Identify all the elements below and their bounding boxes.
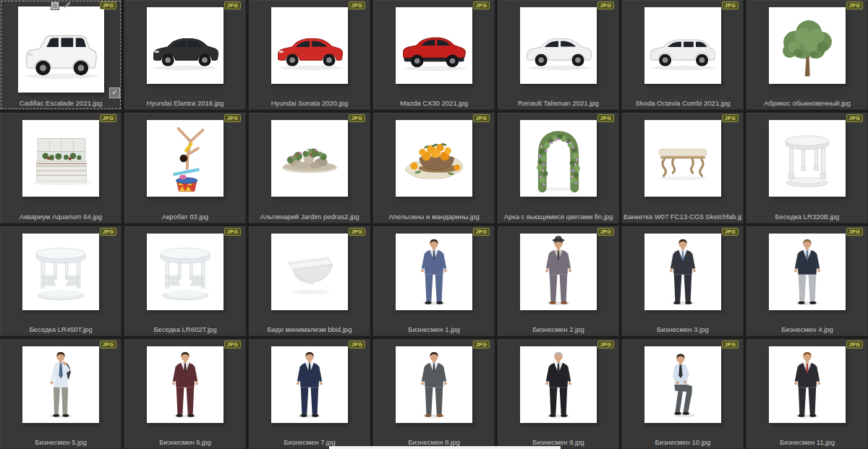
thumbnail-image[interactable] xyxy=(644,7,721,84)
thumbnail-grid: JPG ✓ Cadillac Escalade 2021.jpg JPG Hyu… xyxy=(0,0,868,449)
thumbnail-image[interactable] xyxy=(769,7,846,84)
file-thumbnail[interactable]: JPG Бизнесмен 2.jpg xyxy=(498,226,619,336)
file-name: Бизнесмен 4.jpg xyxy=(748,325,867,333)
thumbnail-image[interactable] xyxy=(520,346,597,423)
file-name: Арка с вьющимися цветами fin.jpg xyxy=(499,213,618,221)
edit-pencil-icon[interactable] xyxy=(63,1,71,9)
file-type-badge: JPG xyxy=(846,341,863,348)
businessman-image xyxy=(421,351,447,417)
file-thumbnail[interactable]: JPG Бизнесмен 3.jpg xyxy=(622,226,744,336)
file-name: Апельсины и мандарины.jpg xyxy=(375,213,493,221)
file-thumbnail[interactable]: JPG Skoda Octavia Combi 2021.jpg xyxy=(622,0,744,110)
thumbnail-image[interactable] xyxy=(147,120,224,197)
label-swatch-icon[interactable] xyxy=(51,1,59,10)
file-name: Бизнесмен 9.jpg xyxy=(499,438,618,446)
file-thumbnail[interactable]: JPG Беседка LR602T.jpg xyxy=(124,226,246,336)
file-thumbnail[interactable]: JPG Mazda CX30 2021.jpg xyxy=(373,0,495,110)
file-thumbnail[interactable]: JPG Бизнесмен 11.jpg xyxy=(746,339,868,449)
gazebo-image xyxy=(161,248,210,300)
file-thumbnail[interactable]: JPG Бизнесмен 4.jpg xyxy=(746,226,868,336)
file-name: Акробат 03.jpg xyxy=(126,213,244,221)
file-name: Бизнесмен 1.jpg xyxy=(375,325,493,333)
thumbnail-image[interactable] xyxy=(769,346,846,423)
thumbnail-image[interactable] xyxy=(396,346,472,423)
thumbnail-image[interactable] xyxy=(147,346,224,423)
file-type-badge: JPG xyxy=(846,114,863,122)
file-type-badge: JPG xyxy=(597,114,614,122)
file-name: Беседка LR320B.jpg xyxy=(748,213,867,221)
file-name: Бизнесмен 6.jpg xyxy=(126,438,244,446)
file-thumbnail[interactable]: JPG Бизнесмен 10.jpg xyxy=(622,339,744,449)
thumbnail-image[interactable] xyxy=(644,120,721,197)
thumbnail-image[interactable] xyxy=(769,120,846,197)
file-thumbnail[interactable]: JPG Акробат 03.jpg xyxy=(124,113,246,223)
thumbnail-image[interactable] xyxy=(22,234,99,310)
thumbnail-image[interactable] xyxy=(396,120,472,197)
file-name: Cadillac Escalade 2021.jpg xyxy=(1,99,120,107)
thumbnail-image[interactable] xyxy=(271,7,348,84)
white-wagon-image xyxy=(650,40,715,70)
file-thumbnail[interactable]: JPG Бизнесмен 5.jpg xyxy=(0,339,122,449)
fedora-hat-image xyxy=(552,235,564,241)
file-thumbnail[interactable]: JPG Бизнесмен 9.jpg xyxy=(498,339,619,449)
file-name: Бизнесмен 7.jpg xyxy=(250,438,369,446)
file-type-badge: JPG xyxy=(100,228,116,236)
file-type-badge: JPG xyxy=(473,114,490,122)
businessman-image xyxy=(421,239,447,304)
file-thumbnail[interactable]: JPG Бизнесмен 6.jpg xyxy=(124,339,246,449)
file-name: Renault Talisman 2021.jpg xyxy=(499,99,618,107)
thumbnail-image[interactable] xyxy=(271,120,348,197)
file-thumbnail[interactable]: JPG ✓ Cadillac Escalade 2021.jpg xyxy=(0,0,122,110)
thumbnail-image[interactable] xyxy=(769,234,846,310)
file-type-badge: JPG xyxy=(846,1,863,9)
file-thumbnail[interactable]: JPG Апельсины и мандарины.jpg xyxy=(373,113,495,223)
thumbnail-image[interactable] xyxy=(22,346,99,423)
file-type-badge: JPG xyxy=(722,1,739,9)
file-thumbnail[interactable]: JPG Бизнесмен 1.jpg xyxy=(373,226,495,336)
thumbnail-image[interactable] xyxy=(396,234,472,310)
thumbnail-image[interactable] xyxy=(18,7,104,93)
thumbnail-image[interactable] xyxy=(147,7,224,84)
businessman-image xyxy=(545,351,571,417)
file-name: Бизнесмен 5.jpg xyxy=(1,438,120,446)
tree-image xyxy=(783,20,832,76)
file-name: Hyundai Elantra 2018.jpg xyxy=(126,99,244,107)
file-thumbnail[interactable]: JPG Аквариум Aquarium 64.jpg xyxy=(0,113,122,223)
file-name: Биде минимализм bbid.jpg xyxy=(250,325,369,333)
file-name: Абрикос обыкновенный.jpg xyxy=(748,99,867,107)
file-thumbnail[interactable]: JPG Абрикос обыкновенный.jpg xyxy=(746,0,868,110)
white-suv-image xyxy=(25,35,98,79)
businessman-image xyxy=(172,351,198,417)
file-type-badge: JPG xyxy=(597,341,614,348)
rock-garden-image xyxy=(282,148,337,173)
thumbnail-image[interactable] xyxy=(644,234,721,310)
thumbnail-image[interactable] xyxy=(520,234,597,310)
file-thumbnail[interactable]: JPG Renault Talisman 2021.jpg xyxy=(498,0,619,110)
file-thumbnail[interactable]: JPG Банкетка W07 FC13-CG5 Sketchfab.jpg xyxy=(622,113,744,223)
file-thumbnail[interactable]: JPG Беседка LR450T.jpg xyxy=(0,226,122,336)
file-thumbnail[interactable]: JPG Беседка LR320B.jpg xyxy=(746,113,868,223)
thumbnail-image[interactable] xyxy=(644,346,721,423)
file-thumbnail[interactable]: JPG Бизнесмен 7.jpg xyxy=(249,339,370,449)
file-thumbnail[interactable]: JPG Альпинарий Jardim pedras2.jpg xyxy=(249,113,370,223)
file-thumbnail[interactable]: JPG Биде минимализм bbid.jpg xyxy=(249,226,370,336)
file-name: Бизнесмен 10.jpg xyxy=(624,438,742,446)
thumbnail-image[interactable] xyxy=(22,120,99,197)
red-sedan-image xyxy=(278,38,343,69)
file-thumbnail[interactable]: JPG Арка с вьющимися цветами fin.jpg xyxy=(498,113,619,223)
thumbnail-image[interactable] xyxy=(271,346,348,423)
file-type-badge: JPG xyxy=(846,228,863,236)
thumbnail-image[interactable] xyxy=(520,120,597,197)
file-name: Бизнесмен 8.jpg xyxy=(375,438,493,446)
file-name: Mazda CX30 2021.jpg xyxy=(375,99,493,107)
thumbnail-image[interactable] xyxy=(520,7,597,84)
selected-checkbox[interactable]: ✓ xyxy=(109,87,120,98)
thumbnail-image[interactable] xyxy=(396,7,472,84)
file-name: Беседка LR450T.jpg xyxy=(1,325,120,333)
thumbnail-image[interactable] xyxy=(147,234,224,310)
thumbnail-image[interactable] xyxy=(271,234,348,310)
file-thumbnail[interactable]: JPG Бизнесмен 8.jpg xyxy=(373,339,495,449)
file-thumbnail[interactable]: JPG Hyundai Elantra 2018.jpg xyxy=(124,0,246,110)
gazebo-image xyxy=(786,136,828,187)
file-thumbnail[interactable]: JPG Hyundai Sonata 2020.jpg xyxy=(249,0,370,110)
